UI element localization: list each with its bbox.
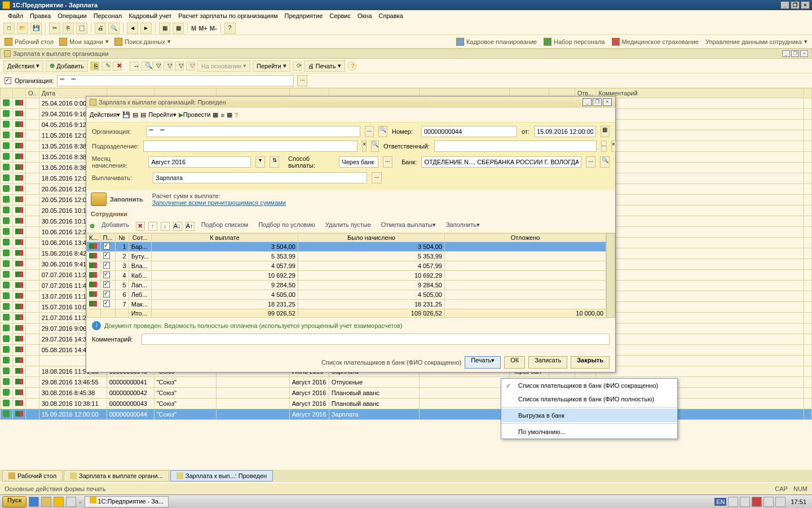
dlg-post-button[interactable]: ▶Провести xyxy=(179,111,211,119)
employees-table[interactable]: К... П... № Сот... К выплате Было начисл… xyxy=(86,233,606,318)
fill-link[interactable]: Заполнение всеми причитающимися суммами xyxy=(152,199,286,206)
tab-desktop[interactable]: Рабочий стол xyxy=(2,470,63,481)
dlg-unpost-icon[interactable]: ▤ xyxy=(140,111,146,119)
help-icon[interactable]: ? xyxy=(224,23,236,34)
explorer-icon[interactable] xyxy=(41,497,51,507)
comment-input[interactable] xyxy=(142,334,610,345)
dlg-help-icon[interactable]: ? xyxy=(235,112,238,119)
emp-sort-asc-icon[interactable]: A↓ xyxy=(173,222,182,231)
list-max-button[interactable]: ❐ xyxy=(791,50,799,57)
refresh-icon[interactable]: ↔ xyxy=(130,62,139,71)
emp-mark-pay[interactable]: Отметка выплаты▾ xyxy=(378,221,439,231)
bank-open-icon[interactable]: 🔍 xyxy=(600,156,610,168)
memory-mplus[interactable]: М+ xyxy=(198,25,208,32)
calc-icon[interactable]: ▦ xyxy=(159,23,170,34)
org-input[interactable] xyxy=(146,126,360,137)
nav-recruitment[interactable]: Набор персонала xyxy=(544,38,604,46)
dlg-post-icon[interactable]: ▤ xyxy=(133,111,138,119)
nav-hr-planning[interactable]: Кадровое планирование xyxy=(456,38,537,46)
dlg-list-icon[interactable]: ≡ xyxy=(220,112,224,119)
forward-icon[interactable]: ► xyxy=(140,23,152,34)
funnel1-icon[interactable]: ▽ xyxy=(152,62,161,71)
date-input[interactable] xyxy=(534,126,596,137)
restore-button[interactable]: ❐ xyxy=(791,1,800,9)
month-input[interactable] xyxy=(148,156,251,168)
employee-row[interactable]: 3Вла... 4 057,994 057,99 xyxy=(87,261,606,271)
menu-help[interactable]: Справка xyxy=(376,12,407,19)
menu-payroll[interactable]: Расчет зарплаты по организациям xyxy=(175,12,281,19)
menu-edit[interactable]: Правка xyxy=(27,12,54,19)
copy-doc-icon[interactable]: ⎘ xyxy=(90,62,99,71)
clock[interactable]: 17:51 xyxy=(787,498,810,505)
memory-m[interactable]: М xyxy=(191,25,196,32)
menu-file[interactable]: Файл xyxy=(5,12,27,19)
dlg-min-button[interactable]: _ xyxy=(582,98,592,106)
list-close-button[interactable]: × xyxy=(800,50,808,57)
based-on-dropdown[interactable]: На основании▾ xyxy=(197,60,250,72)
folder-icon[interactable] xyxy=(66,497,76,507)
funnel3-icon[interactable]: ▽ xyxy=(175,62,184,71)
emp-fill[interactable]: Заполнить▾ xyxy=(443,221,483,231)
cut-icon[interactable]: ✂ xyxy=(49,23,60,34)
nav-employee-data[interactable]: Управление данными сотрудника▾ xyxy=(705,38,807,46)
footer-print-button[interactable]: Печать▾ xyxy=(465,356,501,369)
method-input[interactable] xyxy=(339,156,378,168)
menu-windows[interactable]: Окна xyxy=(354,12,376,19)
table-row[interactable]: 30.08.2016 10:38:1100000000043"Союз" Авг… xyxy=(1,398,812,409)
table-row[interactable]: 29.08.2016 13:46:5500000000041"Союз" Авг… xyxy=(1,377,812,388)
emp-del-empty[interactable]: Удалить пустые xyxy=(322,221,374,231)
goto-dropdown[interactable]: Перейти▾ xyxy=(253,60,290,72)
start-button[interactable]: Пуск xyxy=(2,496,27,507)
minimize-button[interactable]: _ xyxy=(780,1,789,9)
org-filter-checkbox[interactable] xyxy=(5,77,11,84)
dlg-close-button[interactable]: × xyxy=(603,98,612,106)
emp-sort-desc-icon[interactable]: A↑ xyxy=(186,222,195,231)
dep-input[interactable] xyxy=(143,141,358,152)
employee-row[interactable]: 6Леб... 4 505,004 505,00 xyxy=(87,290,606,300)
date-picker-icon[interactable]: ▦ xyxy=(601,126,610,137)
find-icon[interactable]: 🔍 xyxy=(108,23,120,34)
bank-select-icon[interactable]: ... xyxy=(586,156,595,168)
tray-icon-2[interactable] xyxy=(740,497,750,507)
1c-icon[interactable] xyxy=(54,497,64,507)
nav-tasks[interactable]: Мои задачи▾ xyxy=(59,38,109,46)
employee-row[interactable]: 5Лап... 9 284,509 284,50 xyxy=(87,281,606,290)
save-icon[interactable]: 💾 xyxy=(30,23,42,34)
nav-desktop[interactable]: Рабочий стол xyxy=(5,38,54,46)
dlg-goto-dropdown[interactable]: Перейти▾ xyxy=(148,111,176,119)
org-open-icon[interactable]: 🔍 xyxy=(378,126,387,137)
funnel-clear-icon[interactable]: ▽ xyxy=(186,62,195,71)
dep-clear-icon[interactable]: × xyxy=(362,141,367,152)
bank-input[interactable] xyxy=(421,156,581,168)
dlg-props-icon[interactable]: ▦ xyxy=(227,111,232,119)
menu-item[interactable]: По умолчанию... xyxy=(501,425,677,439)
menu-item[interactable]: ✓Список плательщиков в банк (ФИО сокраще… xyxy=(501,379,677,392)
fill-button[interactable]: Заполнить xyxy=(110,196,143,203)
resp-clear-icon[interactable]: × xyxy=(611,141,616,152)
edit-icon[interactable]: ✎ xyxy=(102,62,111,71)
dlg-max-button[interactable]: ❐ xyxy=(593,98,602,106)
month-dropdown-icon[interactable]: ▾ xyxy=(255,156,265,168)
memory-mminus[interactable]: М- xyxy=(210,25,217,32)
pay-input[interactable] xyxy=(153,172,367,183)
tray-icon-4[interactable] xyxy=(764,497,774,507)
tray-icon-3[interactable] xyxy=(752,497,762,507)
copy-icon[interactable]: ⎘ xyxy=(63,23,74,34)
menu-operations[interactable]: Операции xyxy=(54,12,90,19)
dlg-actions-dropdown[interactable]: Действия▾ xyxy=(90,111,120,119)
emp-down-icon[interactable]: ↓ xyxy=(161,222,170,231)
nav-search[interactable]: Поиск данных▾ xyxy=(114,38,171,46)
tab-document[interactable]: Зарплата к вып...: Проведен xyxy=(170,470,273,481)
employee-row[interactable]: 4Каб... 10 692,2910 692,29 xyxy=(87,271,606,281)
calendar-icon[interactable]: ▦ xyxy=(173,23,184,34)
print-dropdown[interactable]: 🖨Печать▾ xyxy=(304,60,345,72)
print-icon[interactable]: 🖨 xyxy=(95,23,106,34)
dlg-struct-icon[interactable]: ▦ xyxy=(213,111,218,119)
new-icon[interactable]: □ xyxy=(3,23,15,34)
menu-item[interactable]: Список плательщиков в банк (ФИО полность… xyxy=(501,392,677,406)
org-select-icon[interactable]: ... xyxy=(365,126,374,137)
emp-delete-icon[interactable]: ✖ xyxy=(136,222,145,231)
open-icon[interactable]: 📂 xyxy=(17,23,28,34)
paste-icon[interactable]: 📋 xyxy=(76,23,87,34)
menu-enterprise[interactable]: Предприятие xyxy=(281,12,326,19)
